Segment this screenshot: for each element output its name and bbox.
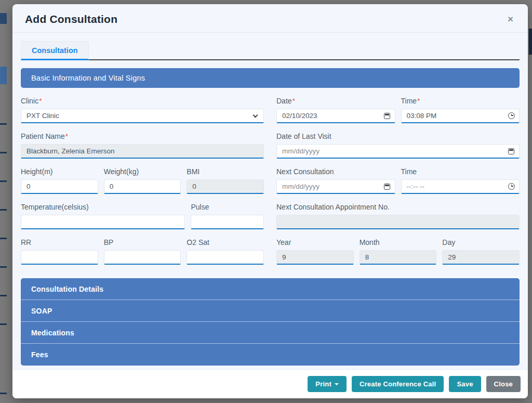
close-icon[interactable]: ×	[506, 13, 515, 25]
background-page-fragment	[0, 67, 7, 84]
month-input	[360, 250, 437, 265]
accordion-fees[interactable]: Fees	[21, 344, 520, 366]
day-label: Day	[442, 238, 520, 246]
required-marker: *	[292, 97, 295, 105]
tab-bar: Consultation	[21, 41, 520, 60]
bp-input[interactable]	[104, 250, 181, 265]
clinic-label: Clinic*	[21, 97, 264, 105]
accordion-soap[interactable]: SOAP	[21, 300, 520, 322]
next-consultation-time-input[interactable]	[401, 179, 520, 194]
background-page-fragment	[0, 209, 7, 211]
next-consultation-time-label: Time	[401, 167, 520, 176]
next-consultation-appointment-no-input	[276, 215, 520, 229]
background-page-fragment	[0, 238, 7, 239]
time-label: Time*	[401, 97, 520, 105]
day-input	[442, 250, 520, 265]
tab-consultation[interactable]: Consultation	[21, 41, 89, 60]
background-page-fragment	[0, 393, 7, 394]
height-input[interactable]	[21, 179, 98, 194]
print-button-label: Print	[315, 380, 331, 388]
height-label: Height(m)	[21, 167, 98, 176]
print-button[interactable]: Print	[308, 376, 347, 392]
background-page-fragment	[0, 295, 7, 296]
background-page-fragment	[0, 180, 7, 182]
date-of-last-visit-input[interactable]	[276, 144, 520, 159]
clinic-select[interactable]: PXT Clinic	[21, 109, 264, 123]
o2-sat-label: O2 Sat	[187, 238, 264, 246]
weight-input[interactable]	[104, 179, 181, 194]
next-consultation-input[interactable]	[276, 179, 395, 194]
year-input	[276, 250, 354, 265]
required-marker: *	[39, 97, 42, 105]
background-page-fragment	[0, 123, 7, 125]
background-page-fragment	[529, 29, 532, 55]
form-row: Clinic* PXT Clinic Date*	[21, 97, 520, 123]
background-page-fragment	[0, 13, 7, 24]
modal-title: Add Consultation	[25, 13, 117, 25]
form-row: Patient Name* Date of Last Visit	[21, 132, 520, 159]
time-input[interactable]	[401, 109, 520, 123]
bp-label: BP	[104, 238, 181, 246]
form-row: RR BP O2 Sat Year	[21, 238, 520, 265]
section-basic-information: Basic Information and Vital Signs	[21, 68, 520, 88]
bmi-label: BMI	[187, 167, 264, 176]
next-consultation-label: Next Consultation	[276, 167, 395, 176]
create-conference-call-label: Create Conference Call	[360, 380, 436, 388]
accordion-group: Consultation Details SOAP Medications Fe…	[21, 278, 520, 366]
date-of-last-visit-label: Date of Last Visit	[276, 132, 520, 140]
form-row: Height(m) Weight(kg) BMI Ne	[21, 167, 520, 194]
patient-name-label: Patient Name*	[21, 132, 264, 140]
caret-down-icon	[335, 383, 339, 385]
date-label: Date*	[276, 97, 395, 105]
save-button-label: Save	[457, 380, 473, 388]
close-button[interactable]: Close	[486, 376, 521, 392]
add-consultation-modal: Add Consultation × Consultation Basic In…	[12, 4, 528, 398]
modal-header: Add Consultation ×	[12, 4, 528, 33]
required-marker: *	[417, 97, 420, 105]
accordion-medications[interactable]: Medications	[21, 322, 520, 344]
pulse-label: Pulse	[191, 203, 264, 211]
required-marker: *	[65, 132, 68, 140]
rr-input[interactable]	[21, 250, 98, 265]
patient-name-input	[21, 144, 264, 159]
date-input[interactable]	[276, 109, 395, 123]
rr-label: RR	[21, 238, 98, 246]
close-button-label: Close	[494, 380, 513, 388]
temperature-label: Temperature(celsius)	[21, 203, 185, 211]
modal-body: Consultation Basic Information and Vital…	[12, 33, 528, 369]
next-consultation-appointment-no-label: Next Consultation Appointment No.	[276, 203, 520, 211]
save-button[interactable]: Save	[449, 376, 481, 392]
bmi-input	[187, 179, 264, 194]
background-page-fragment	[0, 266, 7, 268]
accordion-consultation-details[interactable]: Consultation Details	[21, 278, 520, 300]
background-page-fragment	[0, 152, 7, 153]
create-conference-call-button[interactable]: Create Conference Call	[352, 376, 444, 392]
o2-sat-input[interactable]	[187, 250, 264, 265]
background-page-fragment	[0, 323, 7, 325]
pulse-input[interactable]	[191, 215, 264, 229]
temperature-input[interactable]	[21, 215, 185, 229]
month-label: Month	[360, 238, 437, 246]
year-label: Year	[276, 238, 354, 246]
weight-label: Weight(kg)	[104, 167, 181, 176]
form-row: Temperature(celsius) Pulse Next Consulta…	[21, 203, 520, 229]
modal-footer: Print Create Conference Call Save Close	[12, 369, 528, 398]
